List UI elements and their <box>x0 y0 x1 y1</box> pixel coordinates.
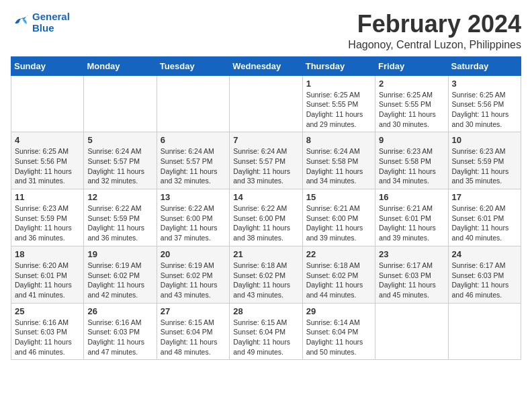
page-header: General Blue February 2024 Hagonoy, Cent… <box>11 11 521 51</box>
calendar-cell: 6Sunrise: 6:24 AM Sunset: 5:57 PM Daylig… <box>157 132 229 189</box>
calendar-week-row: 25Sunrise: 6:16 AM Sunset: 6:03 PM Dayli… <box>11 303 521 360</box>
day-number: 7 <box>233 135 298 145</box>
day-number: 14 <box>233 192 298 202</box>
calendar-cell <box>11 75 84 132</box>
calendar-day-header: Saturday <box>448 56 521 75</box>
calendar-body: 1Sunrise: 6:25 AM Sunset: 5:55 PM Daylig… <box>11 75 521 360</box>
calendar-cell: 21Sunrise: 6:18 AM Sunset: 6:02 PM Dayli… <box>230 246 302 303</box>
day-number: 12 <box>87 192 152 202</box>
day-info: Sunrise: 6:17 AM Sunset: 6:03 PM Dayligh… <box>379 261 444 300</box>
day-info: Sunrise: 6:19 AM Sunset: 6:02 PM Dayligh… <box>87 261 152 300</box>
day-info: Sunrise: 6:20 AM Sunset: 6:01 PM Dayligh… <box>452 203 517 243</box>
day-number: 25 <box>15 306 80 316</box>
day-number: 29 <box>306 306 371 316</box>
day-number: 2 <box>379 79 444 89</box>
calendar-cell: 14Sunrise: 6:22 AM Sunset: 6:00 PM Dayli… <box>230 189 302 246</box>
day-info: Sunrise: 6:18 AM Sunset: 6:02 PM Dayligh… <box>306 261 371 300</box>
calendar-cell: 12Sunrise: 6:22 AM Sunset: 5:59 PM Dayli… <box>84 189 157 246</box>
day-info: Sunrise: 6:25 AM Sunset: 5:55 PM Dayligh… <box>379 90 444 130</box>
day-info: Sunrise: 6:24 AM Sunset: 5:57 PM Dayligh… <box>161 146 226 186</box>
day-number: 1 <box>306 79 371 89</box>
calendar-cell <box>230 75 302 132</box>
day-info: Sunrise: 6:24 AM Sunset: 5:57 PM Dayligh… <box>233 146 298 186</box>
day-number: 6 <box>161 135 226 145</box>
calendar-cell: 20Sunrise: 6:19 AM Sunset: 6:02 PM Dayli… <box>157 246 229 303</box>
day-number: 16 <box>379 192 444 202</box>
day-number: 21 <box>233 249 298 259</box>
day-number: 5 <box>87 135 152 145</box>
calendar-cell: 15Sunrise: 6:21 AM Sunset: 6:00 PM Dayli… <box>302 189 375 246</box>
day-number: 26 <box>87 306 152 316</box>
day-info: Sunrise: 6:15 AM Sunset: 6:04 PM Dayligh… <box>233 318 298 357</box>
day-number: 24 <box>452 249 517 259</box>
calendar-cell: 7Sunrise: 6:24 AM Sunset: 5:57 PM Daylig… <box>230 132 302 189</box>
calendar-cell <box>448 303 521 360</box>
day-info: Sunrise: 6:15 AM Sunset: 6:04 PM Dayligh… <box>161 318 226 357</box>
calendar-cell: 3Sunrise: 6:25 AM Sunset: 5:56 PM Daylig… <box>448 75 521 132</box>
day-info: Sunrise: 6:25 AM Sunset: 5:55 PM Dayligh… <box>306 90 371 130</box>
day-number: 11 <box>15 192 80 202</box>
calendar-cell: 1Sunrise: 6:25 AM Sunset: 5:55 PM Daylig… <box>302 75 375 132</box>
day-number: 23 <box>379 249 444 259</box>
day-info: Sunrise: 6:22 AM Sunset: 5:59 PM Dayligh… <box>87 203 152 243</box>
day-info: Sunrise: 6:23 AM Sunset: 5:58 PM Dayligh… <box>379 146 444 186</box>
day-number: 20 <box>161 249 226 259</box>
calendar-table: SundayMondayTuesdayWednesdayThursdayFrid… <box>11 56 521 361</box>
day-number: 9 <box>379 135 444 145</box>
calendar-cell: 29Sunrise: 6:14 AM Sunset: 6:04 PM Dayli… <box>302 303 375 360</box>
day-number: 10 <box>452 135 517 145</box>
day-info: Sunrise: 6:14 AM Sunset: 6:04 PM Dayligh… <box>306 318 371 357</box>
calendar-day-header: Tuesday <box>157 56 229 75</box>
day-info: Sunrise: 6:22 AM Sunset: 6:00 PM Dayligh… <box>161 203 226 243</box>
calendar-cell: 13Sunrise: 6:22 AM Sunset: 6:00 PM Dayli… <box>157 189 229 246</box>
calendar-week-row: 18Sunrise: 6:20 AM Sunset: 6:01 PM Dayli… <box>11 246 521 303</box>
day-info: Sunrise: 6:22 AM Sunset: 6:00 PM Dayligh… <box>233 203 298 243</box>
day-info: Sunrise: 6:18 AM Sunset: 6:02 PM Dayligh… <box>233 261 298 300</box>
calendar-cell: 24Sunrise: 6:17 AM Sunset: 6:03 PM Dayli… <box>448 246 521 303</box>
day-number: 28 <box>233 306 298 316</box>
logo-icon <box>11 13 30 32</box>
calendar-day-header: Sunday <box>11 56 84 75</box>
calendar-cell <box>157 75 229 132</box>
day-number: 22 <box>306 249 371 259</box>
day-info: Sunrise: 6:16 AM Sunset: 6:03 PM Dayligh… <box>15 318 80 357</box>
calendar-day-header: Wednesday <box>230 56 302 75</box>
day-info: Sunrise: 6:16 AM Sunset: 6:03 PM Dayligh… <box>87 318 152 357</box>
calendar-cell: 28Sunrise: 6:15 AM Sunset: 6:04 PM Dayli… <box>230 303 302 360</box>
logo: General Blue <box>11 11 70 34</box>
calendar-cell: 18Sunrise: 6:20 AM Sunset: 6:01 PM Dayli… <box>11 246 84 303</box>
calendar-cell: 27Sunrise: 6:15 AM Sunset: 6:04 PM Dayli… <box>157 303 229 360</box>
calendar-cell: 4Sunrise: 6:25 AM Sunset: 5:56 PM Daylig… <box>11 132 84 189</box>
day-info: Sunrise: 6:24 AM Sunset: 5:57 PM Dayligh… <box>87 146 152 186</box>
calendar-cell <box>375 303 448 360</box>
calendar-day-header: Thursday <box>302 56 375 75</box>
day-number: 13 <box>161 192 226 202</box>
calendar-week-row: 1Sunrise: 6:25 AM Sunset: 5:55 PM Daylig… <box>11 75 521 132</box>
calendar-cell: 22Sunrise: 6:18 AM Sunset: 6:02 PM Dayli… <box>302 246 375 303</box>
day-info: Sunrise: 6:25 AM Sunset: 5:56 PM Dayligh… <box>15 146 80 186</box>
calendar-header-row: SundayMondayTuesdayWednesdayThursdayFrid… <box>11 56 521 75</box>
day-info: Sunrise: 6:17 AM Sunset: 6:03 PM Dayligh… <box>452 261 517 300</box>
day-info: Sunrise: 6:23 AM Sunset: 5:59 PM Dayligh… <box>15 203 80 243</box>
day-info: Sunrise: 6:25 AM Sunset: 5:56 PM Dayligh… <box>452 90 517 130</box>
day-number: 27 <box>161 306 226 316</box>
calendar-cell: 25Sunrise: 6:16 AM Sunset: 6:03 PM Dayli… <box>11 303 84 360</box>
calendar-cell: 5Sunrise: 6:24 AM Sunset: 5:57 PM Daylig… <box>84 132 157 189</box>
calendar-cell: 16Sunrise: 6:21 AM Sunset: 6:01 PM Dayli… <box>375 189 448 246</box>
calendar-cell: 23Sunrise: 6:17 AM Sunset: 6:03 PM Dayli… <box>375 246 448 303</box>
day-info: Sunrise: 6:21 AM Sunset: 6:01 PM Dayligh… <box>379 203 444 243</box>
day-info: Sunrise: 6:19 AM Sunset: 6:02 PM Dayligh… <box>161 261 226 300</box>
day-number: 8 <box>306 135 371 145</box>
logo-text: General Blue <box>32 11 70 34</box>
calendar-cell: 8Sunrise: 6:24 AM Sunset: 5:58 PM Daylig… <box>302 132 375 189</box>
day-number: 3 <box>452 79 517 89</box>
calendar-day-header: Friday <box>375 56 448 75</box>
calendar-cell <box>84 75 157 132</box>
day-number: 19 <box>87 249 152 259</box>
calendar-cell: 17Sunrise: 6:20 AM Sunset: 6:01 PM Dayli… <box>448 189 521 246</box>
calendar-week-row: 11Sunrise: 6:23 AM Sunset: 5:59 PM Dayli… <box>11 189 521 246</box>
day-info: Sunrise: 6:24 AM Sunset: 5:58 PM Dayligh… <box>306 146 371 186</box>
calendar-week-row: 4Sunrise: 6:25 AM Sunset: 5:56 PM Daylig… <box>11 132 521 189</box>
day-number: 4 <box>15 135 80 145</box>
title-block: February 2024 Hagonoy, Central Luzon, Ph… <box>348 11 521 51</box>
